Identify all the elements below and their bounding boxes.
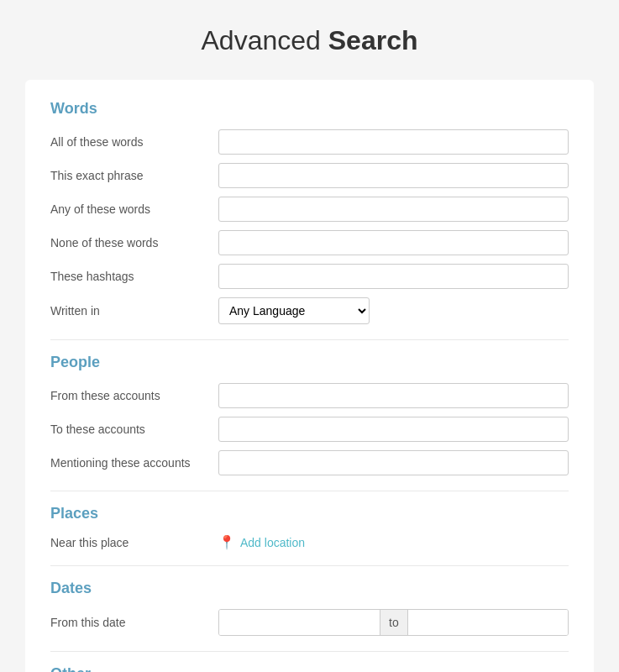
written-in-label: Written in [50, 304, 218, 318]
mentioning-accounts-input[interactable] [218, 450, 569, 475]
pin-icon: 📍 [218, 534, 235, 550]
advanced-search-form: Words All of these words This exact phra… [25, 80, 594, 672]
exact-phrase-input[interactable] [218, 163, 569, 188]
all-words-row: All of these words [50, 129, 569, 155]
any-words-row: Any of these words [50, 197, 569, 222]
none-words-input[interactable] [218, 230, 569, 255]
from-date-label: From this date [50, 616, 218, 629]
to-date-input[interactable] [408, 610, 569, 635]
from-date-input[interactable] [219, 610, 380, 635]
to-accounts-label: To these accounts [50, 423, 218, 436]
section-people-title: People [50, 354, 569, 371]
add-location-button[interactable]: 📍 Add location [218, 534, 305, 550]
none-words-label: None of these words [50, 236, 218, 249]
near-place-label: Near this place [50, 536, 218, 549]
all-words-label: All of these words [50, 135, 218, 149]
divider-dates [50, 565, 569, 566]
mentioning-accounts-label: Mentioning these accounts [50, 456, 218, 470]
section-places-title: Places [50, 505, 569, 522]
section-words-title: Words [50, 100, 569, 118]
page-title: Advanced Search [25, 25, 594, 56]
hashtags-input[interactable] [218, 264, 569, 289]
divider-people [50, 339, 569, 340]
add-location-label: Add location [240, 536, 305, 549]
from-accounts-input[interactable] [218, 383, 569, 408]
all-words-input[interactable] [218, 129, 569, 155]
hashtags-row: These hashtags [50, 264, 569, 289]
mentioning-accounts-row: Mentioning these accounts [50, 450, 569, 475]
to-accounts-row: To these accounts [50, 417, 569, 442]
written-in-row: Written in Any Language English Spanish … [50, 297, 569, 324]
section-dates-title: Dates [50, 580, 569, 597]
to-accounts-input[interactable] [218, 417, 569, 442]
date-to-separator: to [380, 610, 408, 635]
divider-other [50, 651, 569, 652]
any-words-input[interactable] [218, 197, 569, 222]
any-words-label: Any of these words [50, 202, 218, 216]
from-accounts-row: From these accounts [50, 383, 569, 408]
from-date-row: From this date to [50, 609, 569, 636]
date-range-container: to [218, 609, 569, 636]
none-words-row: None of these words [50, 230, 569, 255]
exact-phrase-row: This exact phrase [50, 163, 569, 188]
from-accounts-label: From these accounts [50, 389, 218, 402]
exact-phrase-label: This exact phrase [50, 169, 218, 182]
section-other-title: Other [50, 665, 569, 672]
language-select[interactable]: Any Language English Spanish French Germ… [218, 297, 370, 324]
hashtags-label: These hashtags [50, 270, 218, 283]
near-place-row: Near this place 📍 Add location [50, 534, 569, 550]
divider-places [50, 491, 569, 491]
